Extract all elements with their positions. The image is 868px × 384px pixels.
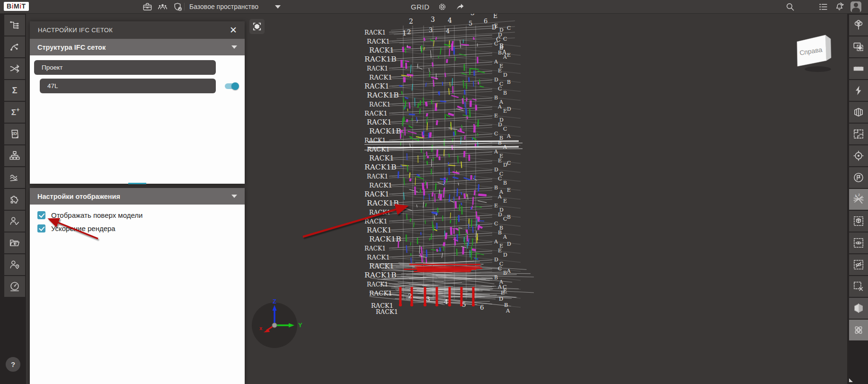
node-branch-button[interactable] (4, 36, 25, 57)
svg-text:E: E (498, 68, 502, 74)
workspace-label[interactable]: Базовое пространство (184, 3, 258, 10)
svg-text:RACK1: RACK1 (364, 109, 388, 117)
workspace-selector[interactable]: Базовое пространство (184, 0, 281, 13)
section-display-header[interactable]: Настройки отображения (30, 188, 245, 205)
resize-corner[interactable] (849, 378, 853, 382)
svg-text:3: 3 (426, 295, 430, 303)
tree-button[interactable] (849, 15, 868, 36)
person-check-button[interactable] (4, 211, 25, 232)
right-toolbar: 1 2 (847, 14, 868, 384)
svg-text:E: E (494, 113, 498, 119)
svg-text:E: E (494, 203, 498, 209)
gauge-button[interactable] (4, 276, 25, 297)
svg-text:2: 2 (407, 28, 411, 36)
svg-text:B: B (494, 95, 498, 101)
bimit-logo[interactable]: BiMiT (4, 2, 29, 11)
select-region-button[interactable] (849, 36, 868, 57)
focus-target-button[interactable] (849, 145, 868, 166)
tree-item-project[interactable]: Проект (34, 60, 216, 75)
checkbox-row-render-acceleration[interactable]: Ускорение рендера (37, 224, 245, 232)
sigma-button[interactable]: Σ (4, 80, 25, 101)
show-eye-button[interactable] (849, 232, 868, 253)
svg-text:A: A (494, 149, 498, 155)
chevron-down-icon[interactable] (275, 5, 281, 9)
hide-eye-button[interactable] (849, 254, 868, 275)
panel-header: НАСТРОЙКИ IFC СЕТОК ✕ (30, 21, 245, 39)
section-structure-title: Структура IFC сеток (37, 44, 231, 51)
fit-view-button[interactable] (249, 19, 265, 34)
person-pin-button[interactable] (4, 254, 25, 275)
floorplan-button[interactable] (849, 124, 868, 144)
svg-text:RACK1: RACK1 (364, 82, 390, 90)
svg-text:E: E (507, 187, 511, 193)
ruler-button[interactable] (849, 58, 868, 79)
flag-button[interactable] (849, 167, 868, 188)
svg-text:A: A (494, 59, 498, 65)
clear-selection-button[interactable] (849, 276, 868, 297)
user-avatar-icon[interactable] (850, 1, 861, 12)
flash-button[interactable] (849, 80, 868, 101)
ifc-model-wireframe[interactable]: RACK1EDCRACK1DCRACK1CBRACK1BBAERACK1AERA… (359, 9, 534, 322)
share-icon[interactable] (455, 1, 466, 12)
list-icon[interactable] (818, 1, 829, 12)
svg-text:RACK1: RACK1 (369, 181, 392, 189)
svg-text:RACK1: RACK1 (369, 73, 392, 81)
svg-text:C: C (503, 126, 507, 132)
ifc-grids-settings-panel: НАСТРОЙКИ IFC СЕТОК ✕ Структура IFC сето… (30, 21, 245, 184)
svg-text:RACK1: RACK1 (364, 190, 390, 198)
svg-text:E: E (498, 158, 502, 164)
folder-import-button[interactable] (4, 232, 25, 253)
shuffle-button[interactable] (4, 58, 25, 79)
svg-text:D: D (494, 257, 498, 263)
checkbox-display-over-model[interactable] (37, 211, 45, 219)
svg-text:1: 1 (855, 194, 857, 197)
section-box-button[interactable] (849, 298, 868, 319)
navigation-gizmo[interactable]: Z Y x (247, 298, 309, 355)
team-icon[interactable] (157, 1, 168, 12)
search-icon[interactable] (785, 1, 796, 12)
top-bar: BiMiT Базовое пространство GRID (0, 0, 868, 14)
svg-text:RACK1B: RACK1B (369, 127, 401, 135)
svg-text:RACK1: RACK1 (367, 118, 392, 126)
left-toolbar: Σ Σ + 2D ? (0, 14, 26, 384)
help-button[interactable]: ? (6, 357, 20, 372)
svg-text:E: E (503, 198, 507, 204)
doc-2d-button[interactable]: 2D (4, 124, 25, 144)
chevron-down-icon[interactable] (231, 195, 237, 198)
view-cube[interactable]: Справа (791, 31, 839, 76)
section-structure-header[interactable]: Структура IFC сеток (30, 39, 245, 55)
svg-text:C: C (507, 25, 511, 31)
svg-text:D: D (498, 212, 502, 218)
svg-text:E: E (501, 289, 505, 296)
svg-text:D: D (492, 24, 496, 31)
ifc-grids-button[interactable]: 1 2 (849, 189, 868, 210)
svg-text:C: C (503, 284, 507, 290)
puzzle-button[interactable] (4, 189, 25, 210)
settings-gear-icon[interactable] (437, 1, 448, 12)
grid-visibility-toggle[interactable] (225, 83, 238, 89)
svg-text:C: C (498, 86, 502, 92)
display-settings-panel: Настройки отображения Отображать поверх … (30, 188, 245, 384)
checkbox-render-acceleration[interactable] (37, 224, 45, 232)
cube-section-button[interactable] (849, 102, 868, 123)
svg-text:RACK1: RACK1 (367, 37, 390, 45)
svg-text:D: D (507, 106, 511, 112)
svg-text:RACK1: RACK1 (364, 217, 388, 225)
checkbox-row-display-over-model[interactable]: Отображать поверх модели (37, 211, 245, 219)
hierarchy-button[interactable] (4, 145, 25, 166)
isolate-cube-button[interactable] (849, 211, 868, 232)
chevron-down-icon[interactable] (231, 45, 237, 49)
structure-tree-button[interactable] (4, 15, 25, 36)
sigma-plus-button[interactable]: Σ + (4, 102, 25, 123)
close-icon[interactable]: ✕ (229, 26, 238, 35)
briefcase-icon[interactable] (142, 1, 153, 12)
svg-text:B: B (498, 50, 502, 56)
toggle-knob[interactable] (231, 82, 239, 90)
svg-text:A: A (505, 307, 510, 314)
tree-item-47l[interactable]: 47L (40, 79, 216, 93)
shield-license-icon[interactable] (172, 1, 183, 12)
orbit-button[interactable] (849, 320, 868, 340)
notifications-icon[interactable] (834, 1, 845, 12)
panel-resize-handle[interactable] (128, 183, 146, 184)
waves-button[interactable] (4, 167, 25, 188)
